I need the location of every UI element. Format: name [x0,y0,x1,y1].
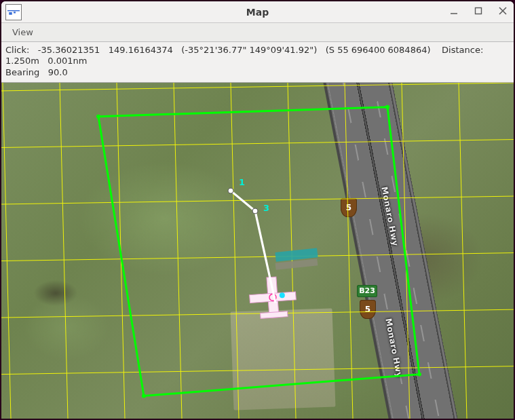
svg-point-26 [142,394,146,398]
svg-line-20 [345,83,353,419]
svg-line-22 [459,83,467,419]
waypoint-1-label: 1 [239,177,245,187]
svg-rect-3 [14,12,16,13]
svg-line-17 [174,83,182,419]
click-mgrs: (S 55 696400 6084864) [326,45,431,55]
click-label: Click: [5,45,29,55]
title-bar: Map [1,1,514,23]
svg-line-10 [1,196,514,204]
buildings [275,248,318,269]
svg-rect-1 [7,10,20,12]
bearing-label: Bearing [5,67,39,77]
distance-label: Distance: [442,45,483,55]
click-lat: -35.36021351 [38,45,100,55]
status-readout: Click: -35.36021351 149.16164374 (-35°21… [1,42,514,82]
map-overlay: 1 3 [1,83,514,419]
close-button[interactable] [496,4,510,18]
window-controls [447,4,510,18]
click-lon: 149.16164374 [109,45,173,55]
minimize-button[interactable] [447,4,461,18]
svg-point-34 [228,188,233,193]
svg-point-25 [417,372,421,376]
menu-bar: View [1,23,514,42]
svg-rect-2 [9,12,12,15]
svg-rect-5 [476,8,482,14]
svg-line-15 [60,83,68,419]
maximize-button[interactable] [472,4,485,18]
svg-point-23 [96,114,100,118]
menu-view[interactable]: View [5,24,40,40]
vehicle-icon [248,275,297,319]
svg-line-12 [1,309,514,318]
distance-m: 1.250m [5,56,39,66]
map-canvas[interactable]: Monaro Hwy Monaro Hwy 5 5 B23 [1,82,514,419]
bearing-value: 90.0 [48,67,68,77]
svg-rect-31 [261,311,288,318]
svg-point-24 [385,105,389,109]
distance-nm: 0.001nm [47,56,87,66]
svg-line-18 [231,83,239,419]
svg-point-35 [252,208,258,214]
window-title: Map [1,7,514,18]
app-icon [5,4,22,20]
grid-lines [1,83,514,419]
click-dms: (-35°21'36.77" 149°09'41.92") [181,45,317,55]
svg-line-11 [1,252,514,261]
geofence-polygon [98,107,419,396]
waypoint-3-label: 3 [263,203,269,213]
svg-line-21 [402,83,410,419]
svg-line-8 [1,83,514,91]
svg-line-14 [3,83,11,419]
svg-line-9 [1,139,514,147]
geofence-vertices [96,105,421,398]
app-window: Map View Click: -35.36021351 149.1616437… [1,1,514,419]
svg-line-13 [1,366,514,374]
